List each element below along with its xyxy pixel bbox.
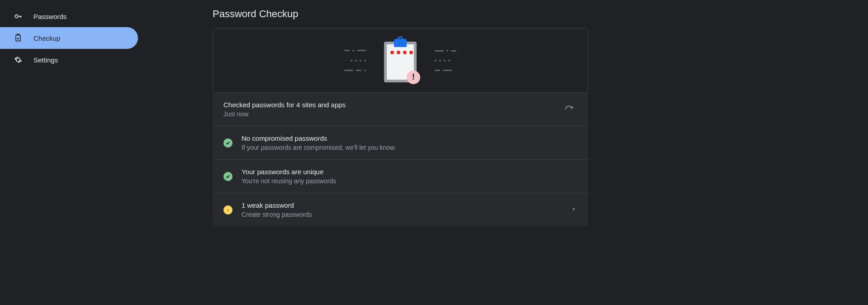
result-row-unique: Your passwords are unique You're not reu… bbox=[213, 159, 588, 193]
page-title: Password Checkup bbox=[213, 8, 868, 20]
result-row-weak[interactable]: ! 1 weak password Create strong password… bbox=[213, 193, 588, 226]
key-icon bbox=[14, 12, 23, 21]
sidebar-item-passwords[interactable]: Passwords bbox=[0, 5, 138, 27]
result-subtitle: Create strong passwords bbox=[242, 211, 312, 218]
warning-circle-icon: ! bbox=[223, 205, 232, 214]
result-title: Your passwords are unique bbox=[242, 168, 336, 176]
hero-illustration: ! bbox=[213, 28, 588, 92]
sidebar-item-label: Passwords bbox=[33, 13, 66, 20]
sidebar-item-label: Checkup bbox=[33, 34, 60, 42]
svg-rect-1 bbox=[16, 35, 20, 41]
gear-icon bbox=[14, 56, 23, 64]
check-circle-icon bbox=[223, 138, 232, 148]
main: Password Checkup ! bbox=[138, 0, 868, 305]
svg-point-0 bbox=[15, 15, 18, 18]
clipboard-icon: ! bbox=[384, 39, 417, 82]
status-summary: Checked passwords for 4 sites and apps bbox=[223, 101, 346, 109]
result-subtitle: If your passwords are compromised, we'll… bbox=[242, 144, 396, 151]
sidebar-item-label: Settings bbox=[33, 56, 58, 64]
refresh-icon bbox=[564, 105, 574, 114]
check-circle-icon bbox=[223, 172, 232, 181]
alert-badge-icon: ! bbox=[407, 71, 420, 84]
svg-text:!: ! bbox=[228, 208, 229, 212]
refresh-button[interactable] bbox=[561, 101, 577, 118]
status-timestamp: Just now bbox=[223, 110, 346, 118]
sidebar-item-checkup[interactable]: Checkup bbox=[0, 27, 138, 49]
result-title: No compromised passwords bbox=[242, 134, 396, 142]
checkup-card: ! Checked passwords for 4 sites and apps… bbox=[213, 28, 588, 226]
sidebar: Passwords Checkup Settings bbox=[0, 0, 138, 305]
sidebar-item-settings[interactable]: Settings bbox=[0, 49, 138, 71]
result-subtitle: You're not reusing any passwords bbox=[242, 177, 336, 185]
chevron-right-icon bbox=[571, 206, 577, 214]
status-row: Checked passwords for 4 sites and apps J… bbox=[213, 92, 588, 126]
result-row-compromised: No compromised passwords If your passwor… bbox=[213, 126, 588, 159]
clipboard-check-icon bbox=[14, 33, 23, 43]
result-title: 1 weak password bbox=[242, 201, 312, 209]
